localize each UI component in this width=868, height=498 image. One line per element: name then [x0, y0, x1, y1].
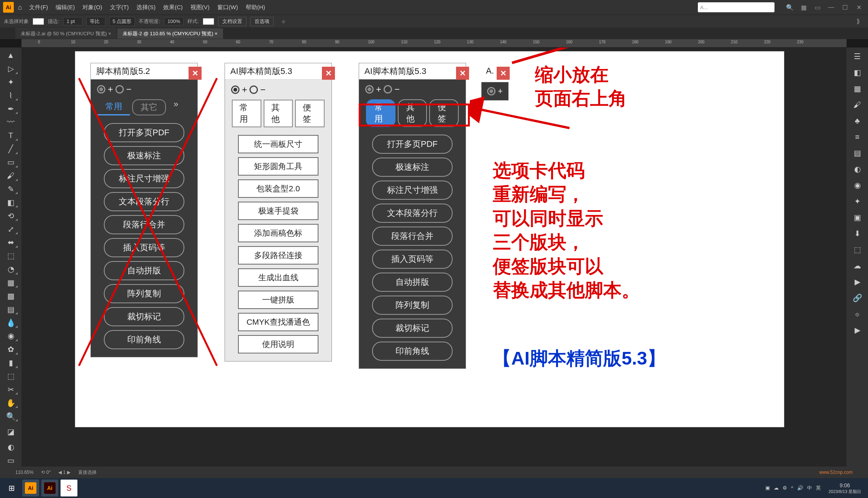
play-panel-icon[interactable]: ▶: [849, 323, 865, 337]
btn-box-type[interactable]: 包装盒型2.0: [238, 179, 318, 198]
menu-help[interactable]: 帮助(H): [243, 2, 268, 13]
close-window-icon[interactable]: ✕: [853, 2, 864, 13]
btn-prepress-corner[interactable]: 印前角线: [104, 330, 184, 349]
actions-panel-icon[interactable]: ▶: [849, 274, 865, 289]
screen-mode-icon[interactable]: ▭: [3, 454, 19, 467]
magic-wand-tool[interactable]: ✦: [3, 76, 19, 89]
lasso-tool[interactable]: ⌇: [3, 89, 19, 102]
eyedropper-tool[interactable]: 💧: [3, 316, 19, 329]
tab-common[interactable]: 常用: [366, 99, 395, 127]
style-swatch[interactable]: [203, 18, 214, 25]
perspective-tool[interactable]: ▦: [3, 276, 19, 289]
zoom-tool[interactable]: 🔍: [3, 410, 19, 422]
mini-panel-close-button[interactable]: ✕: [497, 67, 510, 80]
title-search-box[interactable]: A...: [698, 2, 774, 12]
home-icon[interactable]: ⌂: [15, 3, 25, 12]
btn-unify-artboard[interactable]: 统一画板尺寸: [238, 135, 318, 153]
tab-other[interactable]: 其它: [132, 99, 166, 115]
doc-tab-2[interactable]: 未标题-2 @ 110.65 % (CMYK/CPU 预览) ×: [117, 28, 223, 39]
stroke-panel-icon[interactable]: ≡: [849, 130, 865, 144]
btn-fast-bag[interactable]: 极速手提袋: [238, 202, 318, 220]
free-transform-tool[interactable]: ⬚: [3, 250, 19, 262]
color-mode-icon[interactable]: ◐: [3, 440, 19, 453]
taskbar-app-3[interactable]: S: [61, 480, 77, 496]
menu-file[interactable]: 文件(F): [26, 2, 51, 13]
appearance-panel-icon[interactable]: ◉: [849, 178, 865, 192]
btn-auto-impose[interactable]: 自动拼版: [372, 273, 453, 292]
tab-other[interactable]: 其他: [398, 99, 427, 127]
radio-unselected-icon[interactable]: [384, 85, 392, 94]
btn-crop-marks[interactable]: 裁切标记: [104, 307, 184, 326]
btn-cmyk-pantone[interactable]: CMYK查找潘通色: [238, 313, 318, 331]
symbol-sprayer-tool[interactable]: ✿: [3, 343, 19, 356]
document-setup-button[interactable]: 文档设置: [218, 17, 246, 26]
tab-notes[interactable]: 便签: [295, 100, 325, 127]
btn-dim-enhance[interactable]: 标注尺寸增强: [104, 169, 184, 188]
panel-53-dark-close-button[interactable]: ✕: [456, 67, 469, 80]
gradient-panel-icon[interactable]: ▤: [849, 146, 865, 160]
btn-insert-page[interactable]: 插入页码等: [372, 250, 453, 269]
zoom-level[interactable]: 110.65%: [15, 470, 33, 475]
fill-swatch[interactable]: [33, 18, 44, 25]
ime-icon[interactable]: 英: [816, 485, 821, 491]
mesh-tool[interactable]: ▩: [3, 289, 19, 302]
asset-export-panel-icon[interactable]: ⬇: [849, 226, 865, 241]
blend-tool[interactable]: ◉: [3, 330, 19, 342]
btn-array-copy[interactable]: 阵列复制: [372, 296, 453, 315]
artboard-tool[interactable]: ⬚: [3, 370, 19, 383]
btn-add-color-label[interactable]: 添加画稿色标: [238, 224, 318, 242]
rotate-tool[interactable]: ⟲: [3, 209, 19, 222]
btn-insert-page[interactable]: 插入页码等: [104, 238, 184, 257]
volume-icon[interactable]: 🔊: [797, 485, 803, 491]
line-tool[interactable]: ╱: [3, 143, 19, 155]
panel-collapse-icon[interactable]: ⟫: [853, 16, 863, 27]
btn-fast-annotate[interactable]: 极速标注: [372, 158, 453, 177]
maximize-icon[interactable]: ☐: [840, 2, 850, 13]
uniform-scale-field[interactable]: 等比: [86, 17, 105, 26]
btn-prepress-corner[interactable]: 印前角线: [372, 342, 453, 361]
taskbar-ai-1[interactable]: Ai: [22, 480, 39, 496]
rectangle-tool[interactable]: ▭: [3, 156, 19, 169]
paintbrush-tool[interactable]: 🖌: [3, 169, 19, 182]
align-icon[interactable]: ⟐: [278, 16, 289, 27]
rotate-view-icon[interactable]: ⟲ 0°: [41, 470, 51, 475]
css-panel-icon[interactable]: ⟐: [849, 307, 865, 321]
btn-round-corner[interactable]: 矩形圆角工具: [238, 157, 318, 176]
graphic-styles-panel-icon[interactable]: ✦: [849, 194, 865, 209]
libraries-panel-icon[interactable]: ☁: [849, 258, 865, 273]
radio-selected-icon[interactable]: [487, 87, 496, 95]
menu-window[interactable]: 窗口(W): [214, 2, 241, 13]
symbols-panel-icon[interactable]: ♣: [849, 113, 865, 128]
opacity-field[interactable]: 100%: [164, 17, 184, 25]
btn-para-merge[interactable]: 段落行合并: [372, 227, 453, 246]
start-button[interactable]: ⊞: [3, 480, 20, 496]
canvas-area[interactable]: 脚本精简版5.2 + − 常用 其它 » 打开多页PDF 极速标注 标注尺寸增强…: [21, 48, 847, 467]
artboard-nav[interactable]: ◀ 1 ▶: [58, 470, 70, 475]
selection-tool[interactable]: ▲: [3, 49, 19, 62]
stroke-weight-field[interactable]: 1 pt: [63, 17, 82, 25]
ime-icon[interactable]: 中: [807, 485, 812, 491]
tab-notes[interactable]: 便签: [429, 99, 459, 127]
menu-effect[interactable]: 效果(C): [160, 2, 186, 13]
scale-tool[interactable]: ⤢: [3, 223, 19, 235]
type-tool[interactable]: T: [3, 129, 19, 142]
tray-icon[interactable]: ☁: [774, 485, 779, 491]
hand-tool[interactable]: ✋: [3, 396, 19, 409]
doc-tab-1[interactable]: 未标题-2.ai @ 50 % (CMYK/CPU 预览) ×: [15, 28, 116, 39]
menu-type[interactable]: 文字(T): [107, 2, 132, 13]
eraser-tool[interactable]: ◧: [3, 196, 19, 209]
links-panel-icon[interactable]: 🔗: [849, 291, 865, 305]
radio-unselected-icon[interactable]: [115, 85, 124, 94]
btn-text-split[interactable]: 文本段落分行: [104, 192, 184, 211]
direct-selection-tool[interactable]: ▷: [3, 62, 19, 75]
btn-dim-enhance[interactable]: 标注尺寸增强: [372, 181, 453, 200]
chevron-right-icon[interactable]: »: [168, 99, 184, 115]
btn-open-pdf[interactable]: 打开多页PDF: [372, 135, 453, 154]
btn-fast-annotate[interactable]: 极速标注: [104, 146, 184, 165]
tab-other[interactable]: 其他: [264, 100, 293, 127]
btn-auto-impose[interactable]: 自动拼版: [104, 261, 184, 280]
minimize-icon[interactable]: —: [826, 2, 837, 13]
fill-stroke-swatch[interactable]: ◪: [3, 423, 19, 440]
btn-crop-marks[interactable]: 裁切标记: [372, 319, 453, 338]
btn-text-split[interactable]: 文本段落分行: [372, 204, 453, 223]
